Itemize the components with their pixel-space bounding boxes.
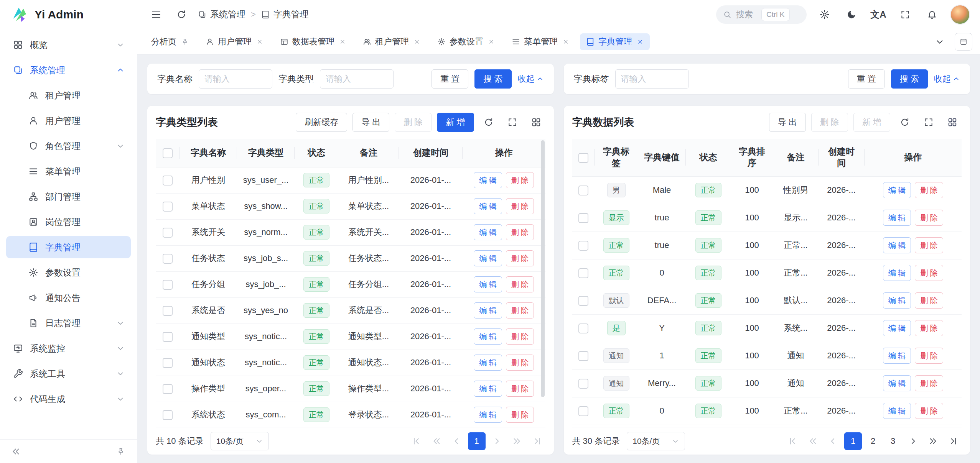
edit-button[interactable]: 编 辑 xyxy=(474,328,502,345)
sidebar-item-user[interactable]: 用户管理 xyxy=(6,110,131,132)
row-checkbox[interactable] xyxy=(578,268,588,278)
sidebar-item-post[interactable]: 岗位管理 xyxy=(6,211,131,233)
row-checkbox[interactable] xyxy=(578,406,588,416)
collapse-filter-link[interactable]: 收起 xyxy=(518,73,544,85)
select-all-checkbox[interactable] xyxy=(578,153,588,163)
sidebar-item-log[interactable]: 日志管理 xyxy=(6,312,131,334)
delete-button[interactable]: 删 除 xyxy=(506,198,534,214)
edit-button[interactable]: 编 辑 xyxy=(883,292,911,309)
reload-table-button[interactable] xyxy=(479,113,498,131)
column-settings-button[interactable] xyxy=(943,113,962,131)
edit-button[interactable]: 编 辑 xyxy=(474,224,502,240)
row-checkbox[interactable] xyxy=(578,379,588,389)
search-button[interactable]: 搜 索 xyxy=(474,69,511,89)
jump-back-button[interactable] xyxy=(804,432,822,450)
first-page-button[interactable] xyxy=(408,432,426,450)
row-checkbox[interactable] xyxy=(163,358,173,368)
page-button-3[interactable]: 3 xyxy=(884,432,902,450)
sidebar-item-codegen[interactable]: 代码生成 xyxy=(6,388,131,410)
page-button-1[interactable]: 1 xyxy=(468,432,486,450)
notifications-button[interactable] xyxy=(923,6,941,23)
edit-button[interactable]: 编 辑 xyxy=(883,348,911,364)
dict-label-input[interactable] xyxy=(615,69,689,89)
jump-forward-button[interactable] xyxy=(508,432,525,450)
table-fullscreen-button[interactable] xyxy=(503,113,522,131)
close-icon[interactable] xyxy=(339,38,346,45)
first-page-button[interactable] xyxy=(784,432,802,450)
close-icon[interactable] xyxy=(256,38,263,45)
tab-analysis[interactable]: 分析页 xyxy=(145,33,195,50)
reload-table-button[interactable] xyxy=(896,113,914,131)
select-all-checkbox[interactable] xyxy=(163,148,173,158)
delete-button[interactable]: 删 除 xyxy=(915,348,943,364)
edit-button[interactable]: 编 辑 xyxy=(883,265,911,281)
row-checkbox[interactable] xyxy=(163,176,173,186)
refresh-page-button[interactable] xyxy=(173,6,190,23)
reset-button[interactable]: 重 置 xyxy=(432,69,468,89)
edit-button[interactable]: 编 辑 xyxy=(474,407,502,423)
next-page-button[interactable] xyxy=(904,432,922,450)
delete-selected-button[interactable]: 删 除 xyxy=(395,113,432,132)
delete-button[interactable]: 删 除 xyxy=(915,292,943,309)
jump-forward-button[interactable] xyxy=(924,432,942,450)
delete-button[interactable]: 删 除 xyxy=(506,224,534,240)
row-checkbox[interactable] xyxy=(163,332,173,342)
edit-button[interactable]: 编 辑 xyxy=(883,403,911,419)
sidebar-item-dept[interactable]: 部门管理 xyxy=(6,186,131,208)
table-scrollbar[interactable] xyxy=(541,140,545,397)
sidebar-item-system[interactable]: 系统管理 xyxy=(6,59,131,81)
row-checkbox[interactable] xyxy=(163,228,173,238)
delete-button[interactable]: 删 除 xyxy=(915,403,943,419)
table-fullscreen-button[interactable] xyxy=(919,113,938,131)
edit-button[interactable]: 编 辑 xyxy=(883,210,911,226)
delete-selected-button[interactable]: 删 除 xyxy=(811,113,848,132)
page-button-2[interactable]: 2 xyxy=(864,432,882,450)
edit-button[interactable]: 编 辑 xyxy=(883,375,911,391)
refresh-cache-button[interactable]: 刷新缓存 xyxy=(296,113,347,132)
reset-button[interactable]: 重 置 xyxy=(848,69,885,89)
sidebar-item-overview[interactable]: 概览 xyxy=(6,34,131,56)
delete-button[interactable]: 删 除 xyxy=(506,172,534,188)
edit-button[interactable]: 编 辑 xyxy=(474,198,502,214)
tab-menu[interactable]: 菜单管理 xyxy=(506,33,575,50)
tab-param[interactable]: 参数设置 xyxy=(431,33,501,50)
user-avatar[interactable] xyxy=(950,5,970,25)
sidebar-item-tenant[interactable]: 租户管理 xyxy=(6,84,131,107)
row-checkbox[interactable] xyxy=(578,296,588,306)
add-button[interactable]: 新 增 xyxy=(853,113,890,132)
edit-button[interactable]: 编 辑 xyxy=(474,381,502,397)
edit-button[interactable]: 编 辑 xyxy=(474,276,502,292)
next-page-button[interactable] xyxy=(488,432,506,450)
collapse-filter-link[interactable]: 收起 xyxy=(934,73,960,85)
delete-button[interactable]: 删 除 xyxy=(506,302,534,319)
page-size-select[interactable]: 10条/页 xyxy=(211,432,269,450)
delete-button[interactable]: 删 除 xyxy=(506,355,534,371)
sidebar-item-menu[interactable]: 菜单管理 xyxy=(6,160,131,182)
sidebar-item-param[interactable]: 参数设置 xyxy=(6,261,131,284)
sidebar-item-dict[interactable]: 字典管理 xyxy=(6,236,131,258)
delete-button[interactable]: 删 除 xyxy=(506,250,534,266)
fullscreen-button[interactable] xyxy=(896,6,914,23)
global-search[interactable]: 搜索 Ctrl K xyxy=(716,5,807,24)
delete-button[interactable]: 删 除 xyxy=(506,276,534,292)
toggle-sidebar-button[interactable] xyxy=(147,6,165,23)
prev-page-button[interactable] xyxy=(448,432,466,450)
sidebar-item-role[interactable]: 角色管理 xyxy=(6,135,131,157)
delete-button[interactable]: 删 除 xyxy=(915,237,943,253)
export-button[interactable]: 导 出 xyxy=(769,113,806,132)
row-checkbox[interactable] xyxy=(578,351,588,361)
edit-button[interactable]: 编 辑 xyxy=(474,250,502,266)
breadcrumb-item-dict[interactable]: 字典管理 xyxy=(261,8,309,20)
edit-button[interactable]: 编 辑 xyxy=(474,172,502,188)
dict-name-input[interactable] xyxy=(199,69,272,89)
page-button-1[interactable]: 1 xyxy=(844,432,862,450)
dict-type-input[interactable] xyxy=(320,69,394,89)
delete-button[interactable]: 删 除 xyxy=(915,182,943,198)
edit-button[interactable]: 编 辑 xyxy=(883,320,911,336)
edit-button[interactable]: 编 辑 xyxy=(474,302,502,319)
tab-user[interactable]: 用户管理 xyxy=(199,33,269,50)
tab-list-dropdown-button[interactable] xyxy=(931,33,949,51)
row-checkbox[interactable] xyxy=(163,410,173,420)
row-checkbox[interactable] xyxy=(163,306,173,316)
add-button[interactable]: 新 增 xyxy=(437,113,474,132)
